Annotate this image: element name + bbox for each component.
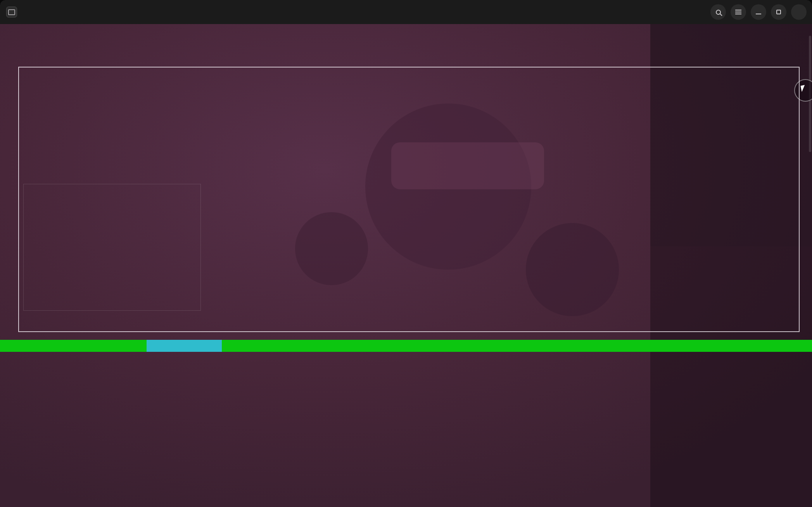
header-pid[interactable]: [0, 340, 36, 352]
chart-series-svg: [19, 67, 799, 331]
header-dev[interactable]: [62, 340, 77, 352]
terminal-content: [0, 24, 812, 507]
header-gpu[interactable]: [122, 340, 147, 352]
maximize-button[interactable]: [771, 4, 786, 20]
clock-temp-line: [7, 38, 812, 50]
menu-button[interactable]: [731, 4, 746, 20]
header-user[interactable]: [36, 340, 62, 352]
minimize-icon: [756, 14, 761, 14]
function-key-bar: [0, 496, 812, 507]
window-title: [0, 0, 812, 24]
hamburger-menu-icon: [735, 10, 741, 14]
process-table: [0, 340, 812, 352]
header-type[interactable]: [77, 340, 122, 352]
terminal-window: [0, 0, 812, 507]
search-icon: [716, 10, 721, 15]
utilization-meters-line: [7, 50, 812, 62]
maximize-icon: [776, 10, 781, 14]
close-button[interactable]: [791, 4, 807, 20]
process-table-header: [0, 340, 812, 352]
device-info-line: [7, 26, 812, 38]
minimize-button[interactable]: [751, 4, 766, 20]
header-host-mem[interactable]: [256, 340, 303, 352]
header-cpu[interactable]: [222, 340, 256, 352]
window-titlebar: [0, 0, 812, 24]
search-button[interactable]: [710, 4, 726, 20]
gpu-history-chart: [0, 67, 812, 332]
header-command[interactable]: [303, 340, 812, 352]
chart-plot-area: [18, 67, 800, 332]
header-gpu-mem-sorted[interactable]: [147, 340, 222, 352]
